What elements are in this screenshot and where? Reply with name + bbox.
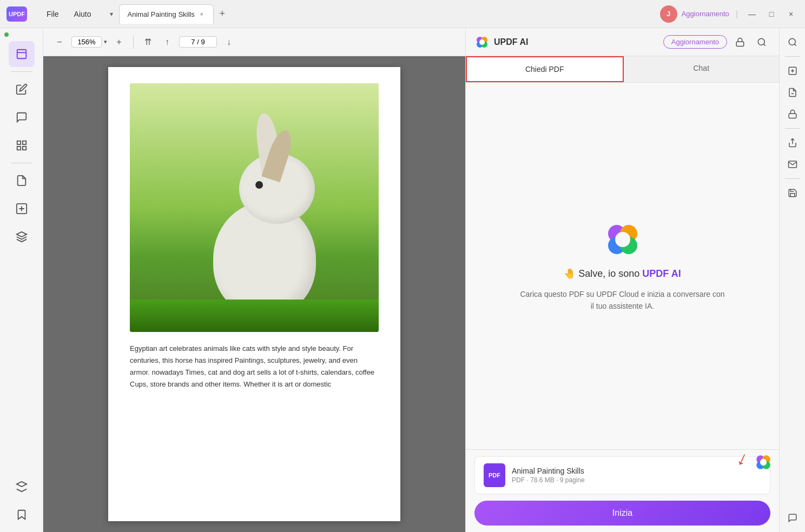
tab-animal-painting[interactable]: Animal Painting Skills ×	[119, 4, 213, 24]
pdf-toolbar: − 156% ▾ + ⇈ ↑ 7 / 9 ↓	[43, 28, 465, 56]
rt-icon-search[interactable]	[783, 32, 802, 52]
svg-line-15	[763, 44, 765, 45]
rt-icon-protect[interactable]	[783, 104, 802, 124]
search-icon[interactable]	[753, 34, 770, 51]
rt-icon-chat[interactable]	[783, 508, 802, 528]
start-button[interactable]: Inizia	[474, 501, 770, 526]
file-icon: PDF	[484, 463, 505, 487]
ai-panel: UPDF AI Aggiornamento Chiedi PDF	[465, 28, 779, 532]
svg-point-12	[479, 39, 485, 45]
file-card: PDF Animal Painting Skills PDF · 78.6 MB…	[474, 456, 770, 494]
ai-bottom: PDF Animal Painting Skills PDF · 78.6 MB…	[466, 449, 779, 532]
sidebar-icon-edit[interactable]	[9, 76, 35, 102]
sidebar-divider-1	[11, 71, 32, 72]
toolbar-separator	[133, 36, 134, 49]
page-prev-button[interactable]: ↑	[160, 35, 175, 50]
file-name: Animal Painting Skills	[512, 467, 761, 475]
page-input[interactable]: 7 / 9	[179, 36, 217, 48]
ai-large-icon	[603, 220, 642, 259]
user-avatar[interactable]: J	[660, 5, 677, 23]
rt-icon-save[interactable]	[783, 183, 802, 203]
rt-icon-share[interactable]	[783, 133, 802, 152]
svg-point-26	[789, 38, 795, 45]
main-layout: − 156% ▾ + ⇈ ↑ 7 / 9 ↓	[0, 28, 805, 532]
status-dot	[4, 32, 9, 37]
minimize-button[interactable]: —	[744, 6, 760, 22]
title-bar: UPDF File Aiuto ▾ Animal Painting Skills…	[0, 0, 805, 28]
svg-marker-7	[16, 232, 26, 237]
sidebar-icon-extract[interactable]	[9, 196, 35, 222]
rt-divider-3	[785, 178, 800, 179]
rt-icon-ocr[interactable]	[783, 61, 802, 81]
menu-file[interactable]: File	[40, 8, 65, 21]
updf-logo: UPDF	[6, 6, 27, 22]
pdf-image	[130, 83, 379, 332]
menu-bar: File Aiuto	[40, 8, 97, 21]
sidebar-icon-organize[interactable]	[9, 132, 35, 158]
ai-greeting: 🤚 Salve, io sono UPDF AI	[564, 268, 681, 280]
tab-chat[interactable]: Chat	[624, 56, 780, 82]
rt-divider-1	[785, 56, 800, 57]
tab-area: ▾ Animal Painting Skills × +	[106, 4, 655, 24]
tab-label: Animal Painting Skills	[127, 10, 194, 18]
rt-icon-mail[interactable]	[783, 155, 802, 174]
ai-panel-header: UPDF AI Aggiornamento	[466, 28, 779, 56]
pdf-text: Egyptian art celebrates animals like cat…	[130, 343, 379, 390]
svg-point-20	[615, 232, 630, 247]
file-info: Animal Painting Skills PDF · 78.6 MB · 9…	[512, 467, 761, 484]
tab-close-button[interactable]: ×	[198, 10, 206, 18]
right-toolbar	[779, 28, 805, 532]
ai-panel-title: UPDF AI	[494, 37, 659, 47]
tab-dropdown-icon[interactable]: ▾	[106, 9, 117, 19]
sidebar-icon-stack[interactable]	[9, 474, 35, 500]
menu-help[interactable]: Aiuto	[68, 8, 98, 21]
rabbit-eye	[255, 181, 263, 189]
page-next-button[interactable]: ↓	[221, 35, 236, 50]
sidebar-icon-pages[interactable]	[9, 168, 35, 194]
sidebar-divider-2	[11, 163, 32, 163]
svg-rect-2	[17, 141, 20, 144]
svg-line-27	[794, 44, 796, 45]
sidebar-icon-layers[interactable]	[9, 224, 35, 250]
ai-trigger-icon[interactable]	[754, 453, 773, 474]
tab-add-button[interactable]: +	[216, 8, 229, 21]
pdf-area: − 156% ▾ + ⇈ ↑ 7 / 9 ↓	[43, 28, 465, 532]
close-button[interactable]: ×	[783, 6, 799, 22]
title-bar-controls: J Aggiornamento | — □ ×	[660, 5, 799, 23]
lock-icon[interactable]	[731, 34, 749, 51]
zoom-value[interactable]: 156%	[71, 36, 102, 48]
pdf-page-container[interactable]: Egyptian art celebrates animals like cat…	[43, 56, 465, 532]
ai-description: Carica questo PDF su UPDF Cloud e inizia…	[520, 288, 725, 312]
zoom-out-button[interactable]: −	[52, 35, 67, 50]
svg-point-25	[760, 459, 767, 466]
upgrade-button[interactable]: Aggiornamento	[663, 35, 727, 49]
sidebar-icon-view[interactable]	[9, 41, 35, 67]
svg-rect-30	[789, 114, 796, 118]
svg-point-14	[758, 38, 764, 45]
app-logo: UPDF	[6, 6, 27, 22]
rt-divider-2	[785, 128, 800, 129]
svg-rect-13	[736, 42, 744, 46]
ai-content: 🤚 Salve, io sono UPDF AI Carica questo P…	[466, 83, 779, 449]
zoom-in-button[interactable]: +	[111, 35, 127, 50]
rt-icon-convert[interactable]	[783, 83, 802, 102]
svg-rect-5	[22, 147, 25, 150]
left-sidebar	[0, 28, 43, 532]
svg-rect-3	[22, 141, 25, 144]
page-first-button[interactable]: ⇈	[140, 35, 155, 50]
zoom-display: 156% ▾	[71, 36, 107, 48]
sidebar-icon-comment[interactable]	[9, 104, 35, 130]
zoom-dropdown-icon[interactable]: ▾	[104, 38, 107, 45]
updf-ai-logo	[474, 35, 490, 50]
tab-chiedi-pdf[interactable]: Chiedi PDF	[466, 56, 624, 82]
update-link[interactable]: Aggiornamento	[682, 10, 729, 18]
svg-rect-4	[17, 147, 20, 150]
grass	[130, 300, 379, 332]
maximize-button[interactable]: □	[764, 6, 779, 22]
svg-rect-0	[17, 50, 26, 59]
ai-tabs: Chiedi PDF Chat	[466, 56, 779, 83]
pdf-page: Egyptian art celebrates animals like cat…	[108, 67, 400, 521]
file-meta: PDF · 78.6 MB · 9 pagine	[512, 476, 761, 484]
sidebar-icon-bookmark[interactable]	[9, 502, 35, 528]
